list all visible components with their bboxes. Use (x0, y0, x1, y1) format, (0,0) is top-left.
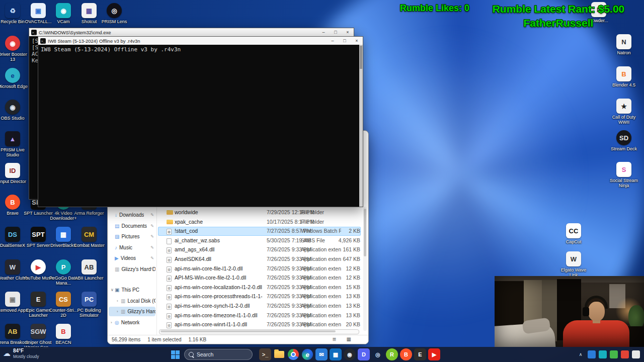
weather-icon: ☁ (3, 349, 11, 358)
folder-icon (167, 210, 173, 215)
details-view-icon[interactable]: ≣ (332, 336, 336, 342)
expander-icon[interactable]: › (117, 299, 121, 303)
console-scrollbar-thumb[interactable] (360, 46, 362, 69)
desktop-icon-pc-building-simulator[interactable]: PCPC Building Simulator (73, 292, 105, 318)
file-size: 4,926 KB (329, 237, 360, 243)
expander-icon[interactable]: ∨ (111, 288, 115, 292)
taskbar-icon-terminal[interactable]: >_ (259, 348, 271, 360)
taskbar-icon-discord[interactable]: D (358, 348, 370, 360)
file-row[interactable]: !start_cod7/27/2025 8:57 PMWindows Batch… (158, 227, 361, 236)
console-scrollbar[interactable] (359, 45, 363, 207)
sidebar-item-this-pc[interactable]: ∨▣This PC (109, 285, 155, 295)
desktop-icon-call-of-duty-wwii[interactable]: ★Call of Duty WWII (608, 99, 640, 125)
file-row[interactable]: worldwide7/29/2025 12:18 PMFile folder (158, 208, 361, 217)
taskbar-icon-epic-games[interactable]: E (414, 348, 426, 360)
downloads-icon: ↓ (115, 212, 117, 218)
vertical-scrollbar[interactable] (363, 207, 367, 331)
desktop-icon-label: BEACN (47, 340, 79, 345)
file-row[interactable]: xpak_cache10/17/2025 8:17 PMFile folder (158, 218, 361, 227)
desktop-icon-social-stream-ninja[interactable]: SSocial Stream Ninja (608, 162, 640, 189)
start-button[interactable] (171, 350, 180, 359)
file-row[interactable]: ai_chatter_wz.sabs5/30/2025 7:19 AMSABS … (158, 236, 361, 245)
file-row[interactable]: api-ms-win-core-synch-l1-2-0.dll7/26/202… (158, 302, 361, 311)
file-row[interactable]: api-ms-win-core-localization-l1-2-0.dll7… (158, 283, 361, 292)
large-icons-view-icon[interactable]: ▦ (347, 336, 351, 342)
tray-app-green-icon[interactable] (610, 350, 618, 358)
sidebar-item-glizzys-hard-drive-quick[interactable]: ▥Glizzy's Hard Dr✎ (109, 264, 155, 274)
desktop-icon-stream-deck[interactable]: SDStream Deck (608, 130, 640, 151)
desktop-icon-natron[interactable]: NNatron (608, 34, 640, 55)
file-row[interactable]: api-ms-win-core-timezone-l1-1-0.dll7/26/… (158, 311, 361, 320)
minimize-button[interactable]: – (327, 37, 339, 45)
expander-icon[interactable]: › (117, 309, 121, 314)
close-button[interactable]: × (351, 37, 363, 45)
counter-stri-2d-icon: CS (56, 292, 71, 307)
horizontal-scrollbar-thumb[interactable] (160, 330, 336, 332)
desktop-icon-microsoft-edge[interactable]: eMicrosoft Edge (0, 68, 29, 89)
file-row[interactable]: api-ms-win-core-processthreads-l1-1-1.dl… (158, 292, 361, 301)
expander-icon[interactable]: › (111, 320, 115, 325)
sidebar-item-network[interactable]: ›◎Network (109, 318, 155, 327)
file-row[interactable]: api-ms-win-core-file-l1-2-0.dll7/26/2025… (158, 264, 361, 274)
tray-app-red-icon[interactable] (621, 350, 629, 358)
taskbar: ☁ 84°F Mostly cloudy Search >_e✉▦◉D◎RBE▶… (0, 347, 644, 362)
sidebar-item-glizzys-hard-d[interactable]: ›▥Glizzy's Hard D (109, 307, 155, 316)
sidebar-item-music[interactable]: ♪Music✎ (109, 243, 155, 252)
horizontal-scrollbar[interactable] (159, 329, 359, 334)
maximize-button[interactable]: □ (330, 28, 342, 36)
search-label: Search (197, 351, 213, 357)
desktop-icon-prism-live-studio[interactable]: ▲PRISM Live Studio (0, 131, 29, 158)
file-row[interactable]: amd_ags_x64.dll7/26/2025 9:33 PMApplicat… (158, 245, 361, 254)
minimize-button[interactable]: – (317, 28, 330, 36)
vertical-scrollbar-thumb[interactable] (364, 209, 366, 256)
sidebar-item-local-disk-c[interactable]: ›▥Local Disk (C:) (109, 296, 155, 306)
taskbar-icon-steam[interactable]: ◎ (372, 348, 384, 360)
desktop-icon-beacn[interactable]: BBEACN (47, 324, 79, 345)
taskbar-icon-mail[interactable]: ✉ (315, 348, 328, 360)
sidebar-item-videos[interactable]: ▶Videos✎ (109, 253, 155, 263)
pc-building-simulator-icon: PC (82, 292, 97, 307)
desktop-icon-prism-lens[interactable]: ◎PRISM Lens (98, 3, 130, 24)
combat-master-icon: CM (82, 227, 97, 242)
cmd-titlebar[interactable]: >_ C:\WINDOWS\System32\cmd.exe – □ × (29, 28, 354, 36)
desktop-icon-combat-master[interactable]: CMCombat Master (73, 227, 105, 248)
file-row[interactable]: API-MS-Win-core-file-l2-1-0.dll7/26/2025… (158, 274, 361, 283)
taskbar-icon-chrome[interactable] (287, 348, 299, 360)
tray-chevron-icon[interactable]: ∧ (577, 350, 585, 358)
desktop-icon-elgato-wave-link[interactable]: WElgato Wave Link (557, 251, 590, 278)
tray-app-white-icon[interactable] (632, 350, 640, 358)
desktop-icon-obs-studio[interactable]: ◉OBS Studio (0, 100, 29, 121)
arena-breakout-icon: AB (5, 324, 20, 339)
taskbar-icon-microsoft-store[interactable]: ▦ (330, 348, 342, 360)
desktop-icon-capcut[interactable]: CCCapCut (557, 223, 590, 244)
search-input[interactable]: Search (184, 349, 253, 360)
taskbar-icon-file-explorer[interactable] (273, 348, 285, 360)
sidebar-item-downloads[interactable]: ↓Downloads✎ (109, 210, 155, 220)
desktop-icon-blender-45[interactable]: BBlender 4.5 (608, 66, 640, 87)
pictures-icon: ▨ (115, 234, 119, 239)
taskbar-icon-obs[interactable]: ◉ (344, 348, 356, 360)
dll-icon (167, 294, 172, 300)
maximize-button[interactable]: □ (339, 37, 351, 45)
pin-icon: ✎ (150, 245, 154, 250)
weather-widget[interactable]: ☁ 84°F Mostly cloudy (3, 348, 39, 359)
taskbar-icon-brave[interactable]: B (400, 348, 412, 360)
file-row[interactable]: AnselSDK64.dll7/26/2025 9:33 PMApplicati… (158, 255, 361, 264)
close-button[interactable]: × (342, 28, 354, 36)
documents-icon: ▤ (115, 223, 119, 229)
desktop-icon-abii-launcher[interactable]: ABABII Launcher (73, 259, 105, 281)
tray-app-blue-icon[interactable] (588, 350, 596, 358)
taskbar-icon-youtube[interactable]: ▶ (428, 348, 440, 360)
sidebar-item-documents[interactable]: ▤Documents✎ (109, 221, 155, 231)
sidebar-item-pictures[interactable]: ▨Pictures✎ (109, 232, 155, 241)
steam-console-body[interactable]: IW8 Steam (5-13-2024) Offline v3 by .r4v… (38, 45, 363, 207)
taskbar-icon-edge[interactable]: e (301, 348, 313, 360)
desktop-icon-input-director[interactable]: IDInput Director (0, 163, 29, 184)
file-row[interactable]: api-ms-win-core-winrt-l1-1-0.dll7/26/202… (158, 320, 361, 329)
tray-app-teal-icon[interactable] (599, 350, 607, 358)
iw8-steam-console-window[interactable]: >_ IW8 Steam (5-13-2024) Offline v3 by .… (38, 36, 363, 207)
taskbar-icon-rumble[interactable]: R (386, 348, 398, 360)
desktop-icon-driver-booster-13[interactable]: ◉Driver Booster 13 (0, 36, 29, 62)
glizzys-hard-d-icon: ▥ (121, 309, 125, 314)
steam-console-titlebar[interactable]: >_ IW8 Steam (5-13-2024) Offline v3 by .… (38, 37, 363, 45)
